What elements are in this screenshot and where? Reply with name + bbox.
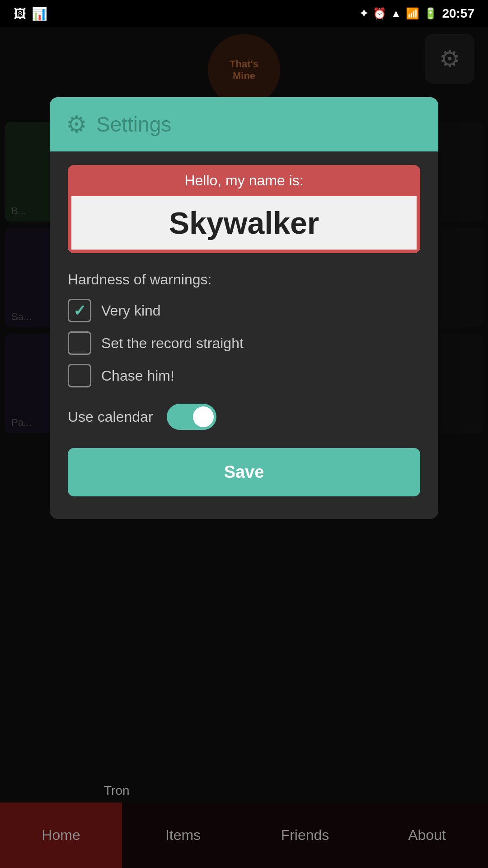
name-badge-greeting: Hello, my name is: bbox=[184, 172, 303, 189]
settings-modal: ⚙ Settings Hello, my name is: Skywalker … bbox=[50, 97, 438, 519]
name-badge-top: Hello, my name is: bbox=[68, 165, 420, 196]
checkbox-chase[interactable] bbox=[68, 364, 91, 387]
settings-header: ⚙ Settings bbox=[50, 97, 438, 151]
alarm-icon: ⏰ bbox=[373, 7, 386, 20]
checkbox-label-record: Set the record straight bbox=[101, 335, 244, 352]
checkbox-label-chase: Chase him! bbox=[101, 368, 174, 384]
checkbox-record[interactable] bbox=[68, 331, 91, 355]
signal-icon: 📶 bbox=[406, 7, 419, 20]
status-left-icons: 🖼 📊 bbox=[14, 6, 47, 21]
status-bar: 🖼 📊 ✦ ⏰ ▲ 📶 🔋 20:57 bbox=[0, 0, 488, 27]
checkbox-row-chase[interactable]: Chase him! bbox=[68, 364, 420, 387]
toggle-knob bbox=[193, 406, 214, 427]
hardness-label: Hardness of warnings: bbox=[68, 271, 420, 288]
user-name-display: Skywalker bbox=[169, 206, 319, 240]
bluetooth-icon: ✦ bbox=[359, 7, 368, 20]
checkmark-icon: ✓ bbox=[73, 302, 86, 320]
photo-icon: 🖼 bbox=[14, 6, 26, 21]
settings-gear-icon: ⚙ bbox=[66, 111, 87, 138]
save-button[interactable]: Save bbox=[68, 448, 420, 496]
name-badge: Hello, my name is: Skywalker bbox=[68, 165, 420, 253]
chart-icon: 📊 bbox=[32, 6, 47, 21]
name-badge-bottom: Skywalker bbox=[68, 196, 420, 253]
time-display: 20:57 bbox=[442, 6, 474, 21]
calendar-toggle-row: Use calendar bbox=[68, 404, 420, 430]
dialog-body: Hello, my name is: Skywalker Hardness of… bbox=[50, 151, 438, 519]
calendar-label: Use calendar bbox=[68, 409, 153, 425]
calendar-toggle[interactable] bbox=[167, 404, 216, 430]
wifi-icon: ▲ bbox=[391, 7, 402, 20]
checkbox-label-very-kind: Very kind bbox=[101, 302, 161, 319]
checkbox-row-very-kind[interactable]: ✓ Very kind bbox=[68, 299, 420, 322]
battery-icon: 🔋 bbox=[424, 7, 437, 20]
status-right: ✦ ⏰ ▲ 📶 🔋 20:57 bbox=[359, 6, 474, 21]
settings-title: Settings bbox=[96, 112, 171, 137]
checkbox-very-kind[interactable]: ✓ bbox=[68, 299, 91, 322]
checkbox-row-record[interactable]: Set the record straight bbox=[68, 331, 420, 355]
